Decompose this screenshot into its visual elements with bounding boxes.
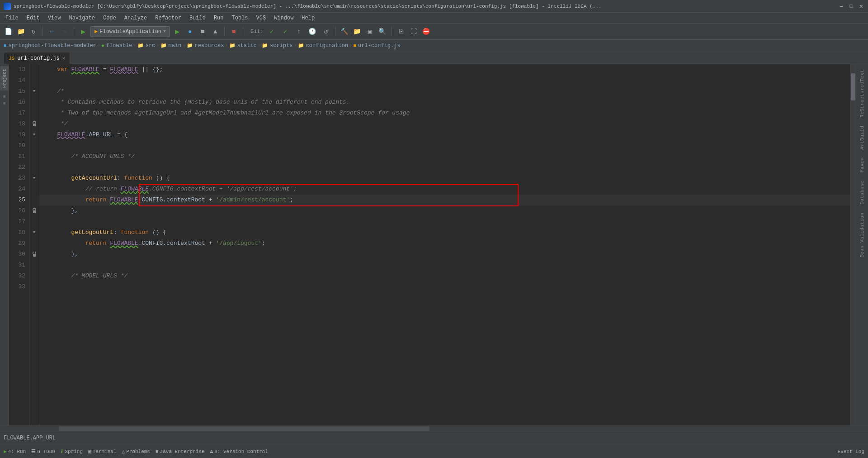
folder-button[interactable]: 📁 xyxy=(352,26,363,37)
tab-url-config[interactable]: JS url-config.js ✕ xyxy=(4,52,70,64)
fold-icon-15[interactable]: ▼ xyxy=(29,86,39,97)
breadcrumb-src[interactable]: 📁 src xyxy=(137,43,156,49)
fold-icon-23[interactable]: ▼ xyxy=(29,173,39,184)
code-line-32: /* MODEL URLS */ xyxy=(39,271,850,281)
run-config-dropdown[interactable]: ▶ FlowableApplication ▼ xyxy=(90,26,170,37)
right-sidebar: ReStructuredText ArtBuild Maven Database… xyxy=(855,64,868,425)
maximize-button[interactable]: □ xyxy=(848,3,854,10)
problems-btn[interactable]: △ Problems xyxy=(122,448,150,454)
stop-button[interactable]: ■ xyxy=(228,26,239,37)
menu-tools[interactable]: Tools xyxy=(228,14,252,22)
toolbar-sep-2 xyxy=(74,27,74,36)
terminal-toolbar-button[interactable]: ▣ xyxy=(364,26,375,37)
line-numbers-gutter: 13 14 15 16 17 18 19 20 21 22 23 24 25 2… xyxy=(9,64,29,425)
todo-btn[interactable]: ☰ 6 TODO xyxy=(31,448,55,454)
code-line-33 xyxy=(39,281,850,292)
code-line-21: /* ACCOUNT URLS */ xyxy=(39,151,850,162)
menu-vcs[interactable]: VCS xyxy=(253,14,270,22)
forward-button[interactable]: → xyxy=(59,26,70,37)
right-tab-artbuild[interactable]: ArtBuild xyxy=(858,122,867,153)
line-num-29: 29 xyxy=(9,238,25,249)
find-toolbar-button[interactable]: 🔍 xyxy=(377,26,388,37)
project-sidebar-tab[interactable]: Project xyxy=(0,66,9,91)
menu-build[interactable]: Build xyxy=(186,14,209,22)
menu-window[interactable]: Window xyxy=(270,14,297,22)
version-control-btn[interactable]: ⏏ 9: Version Control xyxy=(210,448,268,454)
breadcrumb-flowable[interactable]: ◆ flowable xyxy=(101,43,132,49)
menu-run[interactable]: Run xyxy=(210,14,227,22)
coverage-button[interactable]: ■ xyxy=(197,26,208,37)
line-num-13: 13 xyxy=(9,64,25,75)
java-enterprise-btn[interactable]: ■ Java Enterprise xyxy=(156,449,205,454)
settings-button[interactable]: ⛶ xyxy=(408,26,419,37)
vertical-scrollbar[interactable] xyxy=(850,64,855,425)
git-history-button[interactable]: 🕐 xyxy=(307,26,318,37)
menu-refactor[interactable]: Refactor xyxy=(151,14,185,22)
new-file-button[interactable]: 📄 xyxy=(3,26,14,37)
fold-icon-19[interactable]: ▼ xyxy=(29,129,39,140)
copy-button[interactable]: ⎘ xyxy=(396,26,406,37)
line-num-16: 16 xyxy=(9,97,25,108)
code-line-24: // return FLOWABLE.CONFIG.contextRoot + … xyxy=(39,184,850,195)
breadcrumb-resources[interactable]: 📁 resources xyxy=(187,43,224,49)
run-tool-btn[interactable]: ▶ 4: Run xyxy=(4,448,26,454)
help-toolbar-button[interactable]: ⛔ xyxy=(421,26,432,37)
git-push-button[interactable]: ↑ xyxy=(293,26,304,37)
profiler-button[interactable]: ▲ xyxy=(210,26,221,37)
scrollbar-thumb[interactable] xyxy=(851,73,855,100)
breadcrumb-sep-5: › xyxy=(225,43,228,49)
breadcrumb-main[interactable]: 📁 main xyxy=(160,43,182,49)
horiz-scrollbar-thumb[interactable] xyxy=(59,426,429,431)
menu-file[interactable]: File xyxy=(2,14,22,22)
toolbar-sep-1 xyxy=(42,27,43,36)
hammer-button[interactable]: 🔨 xyxy=(339,26,350,37)
debug-button[interactable]: ● xyxy=(184,26,195,37)
sync-button[interactable]: ↻ xyxy=(28,26,39,37)
tab-close-button[interactable]: ✕ xyxy=(62,55,66,61)
code-line-22 xyxy=(39,162,850,173)
right-tab-database[interactable]: Database xyxy=(858,177,867,208)
lock-icon-30 xyxy=(29,249,39,260)
event-log-btn[interactable]: Event Log xyxy=(838,449,864,454)
breadcrumb-scripts[interactable]: 📁 scripts xyxy=(262,43,292,49)
right-tab-restructured[interactable]: ReStructuredText xyxy=(858,66,867,121)
breadcrumb-main-label: main xyxy=(169,43,182,49)
breadcrumb-file[interactable]: ■ url-config.js xyxy=(353,43,400,49)
git-rollback-button[interactable]: ↺ xyxy=(321,26,331,37)
spring-btn[interactable]: ☧ Spring xyxy=(61,448,83,454)
fold-icon-28[interactable]: ▼ xyxy=(29,227,39,238)
menu-view[interactable]: View xyxy=(44,14,65,22)
right-tab-bean-validation[interactable]: Bean Validation xyxy=(858,209,867,261)
menu-analyze[interactable]: Analyze xyxy=(121,14,151,22)
git-check-button[interactable]: ✓ xyxy=(266,26,277,37)
breadcrumb-sep-7: › xyxy=(293,43,297,49)
breadcrumb-configuration-label: configuration xyxy=(306,43,349,49)
close-button[interactable]: ✕ xyxy=(858,3,864,10)
breadcrumb-project[interactable]: ■ springboot-flowable-modeler xyxy=(4,43,96,49)
breadcrumb-static[interactable]: 📁 static xyxy=(229,43,257,49)
menu-navigate[interactable]: Navigate xyxy=(65,14,99,22)
window-controls[interactable]: – □ ✕ xyxy=(838,3,864,10)
back-button[interactable]: ← xyxy=(47,26,57,37)
line-num-30: 30 xyxy=(9,249,25,260)
open-button[interactable]: 📁 xyxy=(15,26,26,37)
horizontal-scrollbar[interactable] xyxy=(0,425,868,431)
breadcrumb-configuration[interactable]: 📁 configuration xyxy=(298,43,349,49)
code-content[interactable]: var FLOWABLE = FLOWABLE || {}; /* * Cont… xyxy=(39,64,850,425)
menu-help[interactable]: Help xyxy=(298,14,318,22)
terminal-btn[interactable]: ▣ Terminal xyxy=(88,448,116,454)
sidebar-icon-2: ■ xyxy=(3,101,5,106)
git-tick-button[interactable]: ✓ xyxy=(280,26,291,37)
breadcrumb: ■ springboot-flowable-modeler › ◆ flowab… xyxy=(0,40,868,52)
run-icon[interactable]: ▶ xyxy=(78,26,89,37)
line-num-24: 24 xyxy=(9,184,25,195)
right-tab-maven[interactable]: Maven xyxy=(858,154,867,176)
menu-code[interactable]: Code xyxy=(99,14,120,22)
line-num-32: 32 xyxy=(9,271,25,281)
breadcrumb-static-label: static xyxy=(237,43,257,49)
run-button[interactable]: ▶ xyxy=(172,26,183,37)
line-num-27: 27 xyxy=(9,216,25,227)
code-editor[interactable]: 13 14 15 16 17 18 19 20 21 22 23 24 25 2… xyxy=(9,64,855,425)
minimize-button[interactable]: – xyxy=(838,3,844,10)
menu-edit[interactable]: Edit xyxy=(23,14,43,22)
